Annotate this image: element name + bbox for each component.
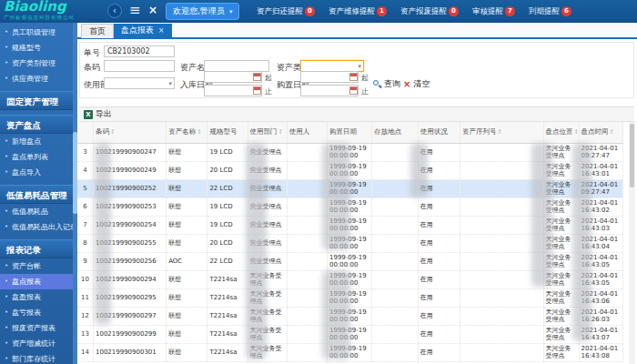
sidebar-item-资产类别管理[interactable]: 资产类别管理 [0,56,77,71]
table-row[interactable]: 4100219990900249联想20 LCD营业受理点1999-09-19 … [77,161,623,179]
calendar-icon[interactable] [253,86,261,95]
sidebar-item-员工职级管理[interactable]: 员工职级管理 [0,25,77,40]
table-cell [460,234,543,252]
logo-subtitle: 广州标领信息科技有限公司 [4,11,75,24]
grid-scrollbar[interactable] [629,122,635,364]
notification-item[interactable]: 审核提醒7 [472,6,515,17]
table-row[interactable]: 5100219990900252联想22 LCD营业受理点1999-09-19 … [77,179,623,197]
tab-inventory-report[interactable]: 盘点报表× [114,24,172,38]
table-cell: 20 LCD [207,161,248,179]
table-cell: 天河业务受理点 [543,307,579,325]
column-header: 购置日期 [328,122,372,143]
sidebar-section-header[interactable]: 固定资产管理 [0,91,77,110]
column-header[interactable]: 盘点时间↕ [579,122,622,143]
welcome-text: 欢迎您,管理员 [173,5,225,17]
sidebar-item-供应商管理[interactable]: 供应商管理 [0,71,77,86]
table-cell: 100219990900252 [93,179,166,197]
table-cell: 1999-09-19 00:00:00 [328,288,372,307]
table-cell: 天河业务受理点 [543,216,579,234]
table-cell: 天河业务受理点 [543,343,579,361]
order-no-input[interactable] [104,46,175,57]
sidebar-item-报废资产报表[interactable]: 报废资产报表 [0,320,77,336]
tab-close-icon[interactable]: × [158,26,165,35]
notification-label: 到期提醒 [529,6,560,17]
table-cell: 2021-04-01 16:43:06 [579,288,622,307]
use-dept-select[interactable]: ▾ [104,77,175,89]
table-row[interactable]: 12100219990900297联想T2214sa天河业务受理点1999-09… [77,307,623,325]
table-row[interactable]: 8100219990900255联想20 LCD营业受理点1999-09-19 … [77,234,623,252]
table-cell [372,252,418,270]
table-row[interactable]: 14100219990900301联想T2214sa天河业务受理点1999-09… [77,343,623,361]
column-header[interactable]: 盘点位置↕ [543,122,579,143]
table-cell: 2021-04-01 16:26:03 [579,307,622,325]
table-cell: 在用 [418,325,460,343]
table-row[interactable]: 3100219990900247联想19 LCD营业受理点1999-09-19 … [77,143,623,161]
scrollbar-thumb[interactable] [73,132,77,214]
column-header[interactable]: 条码↕ [93,122,166,143]
table-cell [372,325,418,343]
table-cell: 2021-04-01 16:43:01 [579,161,622,179]
sidebar-item-低值易耗品[interactable]: 低值易耗品 [0,204,77,219]
sidebar-section-header[interactable]: 资产盘点 [0,115,77,134]
notification-item[interactable]: 资产报废提醒0 [400,6,459,17]
table-cell: 天河业务受理点 [543,143,579,161]
sidebar-section-header[interactable]: 报表记录 [0,239,77,258]
sidebar-collapse-button[interactable]: ‹ [107,4,122,18]
notification-item[interactable]: 到期提醒6 [529,6,571,17]
sidebar-item-资产台帐[interactable]: 资产台帐 [0,258,77,274]
column-header: 使用人 [287,122,327,143]
clear-x-icon: × [403,80,410,88]
table-cell: 天河业务受理点 [543,270,579,288]
table-cell: 100219990900249 [93,161,166,179]
hamburger-menu-icon[interactable]: ≡ [129,2,141,18]
table-row[interactable]: 10100219990900294联想T2214sa天河业务受理点1999-09… [77,270,623,288]
sidebar-item-新增盘点[interactable]: 新增盘点 [0,134,77,149]
sidebar-item-部门库存统计[interactable]: 部门库存统计 [0,351,77,364]
sidebar-item-规格型号[interactable]: 规格型号 [0,40,77,56]
notification-item[interactable]: 资产维修提醒1 [329,6,387,17]
table-row[interactable]: 11100219990900295联想T2214sa天河业务受理点1999-09… [77,288,623,307]
table-cell [460,270,543,288]
table-cell: 在用 [418,179,460,197]
notification-item[interactable]: 资产归还提醒0 [257,6,315,17]
table-cell: 5 [77,179,93,197]
table-row[interactable]: 6100219990900253联想19 LCD营业受理点1999-09-19 … [77,197,623,216]
table-row[interactable]: 9100219990900256AOC22 LCD营业受理点1999-09-19… [77,252,623,270]
table-cell: 在用 [418,343,460,361]
table-cell: 1999-09-19 00:00:00 [328,343,372,361]
calendar-icon[interactable] [349,73,358,81]
search-button[interactable]: 查询 [373,78,400,90]
user-welcome-dropdown[interactable]: 欢迎您,管理员 ▾ [166,3,239,20]
table-cell: 联想 [167,161,207,179]
table-cell: 7 [77,216,93,234]
column-header[interactable]: 资产序列号↕ [460,122,543,143]
sidebar-item-盘点单列表[interactable]: 盘点单列表 [0,149,77,165]
barcode-input[interactable] [104,60,175,72]
from-label: 起 [265,73,272,83]
sidebar-section-header[interactable]: 低值易耗品管理 [0,185,77,204]
calendar-icon[interactable] [253,73,261,81]
scrollbar-thumb[interactable] [630,124,634,187]
close-icon[interactable]: × [148,4,157,16]
column-header: 使用状况 [418,122,460,143]
sidebar-item-盘盈报表[interactable]: 盘盈报表 [0,289,77,305]
table-cell: 19 LCD [207,216,248,234]
column-header[interactable]: 资产名称↕ [167,122,207,143]
sidebar-item-盘点导入[interactable]: 盘点导入 [0,165,77,180]
calendar-icon[interactable] [349,86,358,95]
export-button[interactable]: X 导出 [84,108,112,120]
sidebar-item-盘点报表[interactable]: 盘点报表 [0,274,77,289]
sidebar-item-资产增减统计[interactable]: 资产增减统计 [0,336,77,351]
column-header[interactable]: 使用部门↕ [248,122,287,143]
clear-button[interactable]: × 清空 [403,78,430,90]
sidebar-scrollbar[interactable] [73,23,77,364]
top-bar: Biaoling 广州标领信息科技有限公司 ‹ ≡ × 欢迎您,管理员 ▾ 资产… [0,0,637,23]
table-cell [372,179,418,197]
sidebar-item-盘亏报表[interactable]: 盘亏报表 [0,305,77,320]
tab-home[interactable]: 首页 [81,24,114,38]
table-cell [460,197,543,216]
sidebar-item-低值易耗品出入记录[interactable]: 低值易耗品出入记录 [0,219,77,235]
table-row[interactable]: 13100219990900299联想T2214sa天河业务受理点1999-09… [77,325,623,343]
table-cell: 天河业务受理点 [543,161,579,179]
table-row[interactable]: 7100219990900254联想19 LCD营业受理点1999-09-19 … [77,216,623,234]
